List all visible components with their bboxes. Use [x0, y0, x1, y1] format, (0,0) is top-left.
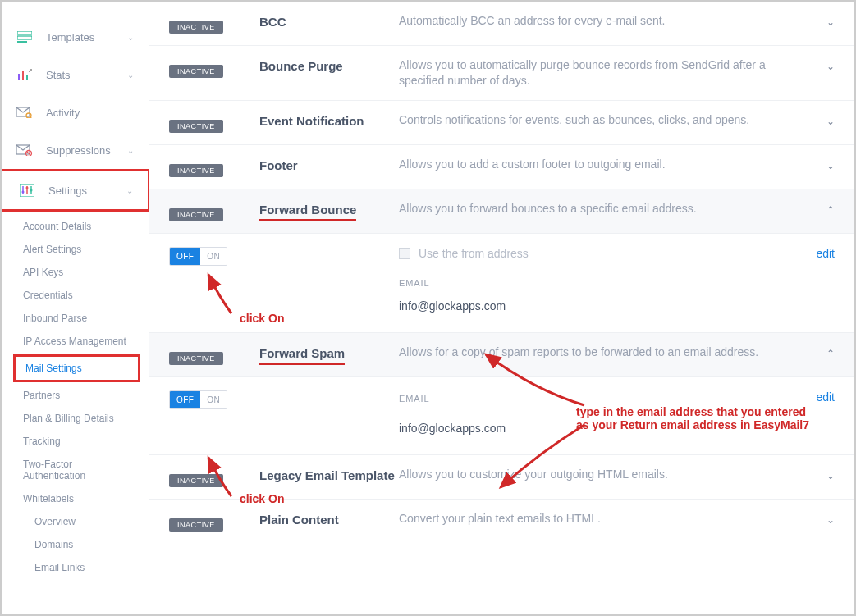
setting-title: Footer — [259, 158, 298, 172]
setting-row-legacy-template[interactable]: INACTIVE Legacy Email Template Allows yo… — [149, 455, 854, 500]
svg-line-13 — [27, 152, 31, 156]
sidebar-item-label: Stats — [46, 69, 71, 81]
toggle-on[interactable]: ON — [200, 248, 227, 265]
svg-rect-1 — [17, 36, 32, 39]
sidebar-item-two-factor[interactable]: Two-Factor Authentication — [2, 453, 149, 487]
sidebar-item-suppressions[interactable]: Suppressions ⌄ — [2, 131, 149, 169]
setting-row-forward-spam[interactable]: INACTIVE Forward Spam Allows for a copy … — [149, 333, 854, 377]
setting-description: Allows you to forward bounces to a speci… — [399, 201, 815, 217]
chevron-up-icon: ⌃ — [815, 345, 835, 359]
chevron-down-icon: ⌄ — [815, 157, 835, 171]
use-from-checkbox[interactable] — [399, 248, 410, 259]
sidebar-item-stats[interactable]: Stats ⌄ — [2, 56, 149, 94]
sidebar-item-api-keys[interactable]: API Keys — [2, 261, 149, 284]
annotation-box-mail-settings: Mail Settings — [13, 354, 140, 382]
status-badge: INACTIVE — [169, 474, 223, 487]
status-badge: INACTIVE — [169, 21, 223, 34]
sidebar-item-templates[interactable]: Templates ⌄ — [2, 18, 149, 56]
sidebar-item-mail-settings[interactable]: Mail Settings — [16, 357, 138, 380]
email-field-value: info@glockapps.com — [399, 422, 835, 435]
sidebar-item-email-links[interactable]: Email Links — [2, 556, 149, 579]
email-field-label: EMAIL — [399, 278, 835, 288]
status-badge: INACTIVE — [169, 352, 223, 365]
toggle-on[interactable]: ON — [200, 391, 227, 408]
setting-row-bounce-purge[interactable]: INACTIVE Bounce Purge Allows you to auto… — [149, 46, 854, 101]
toggle-off[interactable]: OFF — [170, 248, 200, 265]
setting-description: Controls notifications for events, such … — [399, 112, 815, 128]
setting-row-footer[interactable]: INACTIVE Footer Allows you to add a cust… — [149, 145, 854, 189]
toggle-off[interactable]: OFF — [170, 391, 200, 408]
sidebar-item-inbound-parse[interactable]: Inbound Parse — [2, 307, 149, 330]
svg-rect-2 — [17, 41, 27, 43]
sidebar-item-tracking[interactable]: Tracking — [2, 430, 149, 453]
templates-icon — [16, 30, 33, 44]
sidebar-item-credentials[interactable]: Credentials — [2, 284, 149, 307]
sidebar-item-whitelabels[interactable]: Whitelabels — [2, 487, 149, 510]
setting-title: Plain Content — [259, 513, 339, 527]
stats-icon — [16, 67, 33, 82]
sidebar-item-overview[interactable]: Overview — [2, 510, 149, 533]
setting-description: Allows for a copy of spam reports to be … — [399, 345, 815, 360]
sidebar-item-ip-access[interactable]: IP Access Management — [2, 330, 149, 353]
email-field-value: info@glockapps.com — [399, 299, 835, 313]
status-badge: INACTIVE — [169, 120, 223, 133]
svg-line-10 — [30, 117, 32, 118]
chevron-down-icon: ⌄ — [815, 13, 835, 28]
chevron-down-icon: ⌄ — [127, 33, 134, 42]
sidebar: Templates ⌄ Stats ⌄ Activity Suppression… — [2, 2, 149, 614]
svg-point-20 — [30, 189, 33, 192]
setting-title: Event Notification — [259, 114, 364, 128]
sidebar-item-settings[interactable]: Settings ⌄ — [2, 171, 148, 209]
svg-point-19 — [26, 187, 29, 189]
sidebar-item-plan-billing[interactable]: Plan & Billing Details — [2, 407, 149, 430]
sidebar-item-domains[interactable]: Domains — [2, 533, 149, 556]
annotation-box-settings: Settings ⌄ — [2, 169, 149, 212]
forward-spam-panel: OFF ON EMAIL info@glockapps.com edit — [149, 377, 854, 455]
sidebar-item-label: Settings — [48, 185, 87, 197]
svg-point-18 — [22, 191, 25, 194]
suppressions-icon — [16, 143, 33, 157]
sidebar-item-label: Activity — [46, 107, 80, 119]
svg-point-7 — [30, 69, 32, 71]
email-field-label: EMAIL — [399, 394, 835, 404]
sidebar-item-activity[interactable]: Activity — [2, 94, 149, 131]
setting-row-bcc[interactable]: INACTIVE BCC Automatically BCC an addres… — [149, 2, 854, 46]
setting-description: Allows you to add a custom footer to out… — [399, 157, 815, 172]
setting-row-forward-bounce[interactable]: INACTIVE Forward Bounce Allows you to fo… — [149, 189, 854, 234]
setting-description: Allows you to customize your outgoing HT… — [399, 467, 815, 482]
setting-title: BCC — [259, 15, 286, 29]
edit-link[interactable]: edit — [816, 390, 835, 404]
setting-row-plain-content[interactable]: INACTIVE Plain Content Convert your plai… — [149, 500, 854, 543]
forward-bounce-toggle[interactable]: OFF ON — [169, 247, 227, 266]
chevron-down-icon: ⌄ — [815, 511, 835, 526]
chevron-down-icon: ⌄ — [126, 186, 133, 195]
chevron-down-icon: ⌄ — [815, 57, 835, 72]
setting-title: Bounce Purge — [259, 59, 343, 73]
activity-icon — [16, 105, 33, 120]
chevron-down-icon: ⌄ — [127, 71, 134, 80]
setting-title: Forward Spam — [259, 346, 345, 365]
forward-spam-toggle[interactable]: OFF ON — [169, 390, 227, 409]
settings-submenu: Account Details Alert Settings API Keys … — [2, 212, 149, 582]
chevron-up-icon: ⌃ — [815, 201, 835, 216]
status-badge: INACTIVE — [169, 65, 223, 78]
setting-title: Forward Bounce — [259, 203, 356, 221]
sidebar-item-label: Suppressions — [46, 144, 111, 157]
main-content: INACTIVE BCC Automatically BCC an addres… — [149, 2, 854, 614]
sidebar-item-partners[interactable]: Partners — [2, 384, 149, 407]
chevron-down-icon: ⌄ — [127, 146, 134, 155]
settings-icon — [19, 183, 35, 198]
sidebar-item-account-details[interactable]: Account Details — [2, 215, 149, 238]
chevron-down-icon: ⌄ — [815, 467, 835, 481]
setting-description: Allows you to automatically purge bounce… — [399, 57, 815, 89]
setting-description: Convert your plain text emails to HTML. — [399, 511, 815, 527]
svg-point-6 — [29, 71, 30, 72]
edit-link[interactable]: edit — [816, 247, 835, 260]
status-badge: INACTIVE — [169, 164, 223, 177]
setting-row-event-notification[interactable]: INACTIVE Event Notification Controls not… — [149, 101, 854, 145]
forward-bounce-panel: OFF ON Use the from address EMAIL info@g… — [149, 234, 854, 333]
status-badge: INACTIVE — [169, 518, 223, 532]
use-from-address-row: Use the from address — [399, 247, 835, 260]
sidebar-item-alert-settings[interactable]: Alert Settings — [2, 238, 149, 261]
status-badge: INACTIVE — [169, 208, 223, 221]
